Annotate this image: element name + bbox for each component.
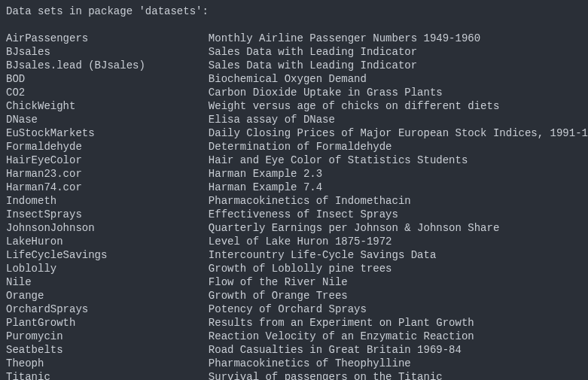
dataset-row: LifeCycleSavings Intercountry Life-Cycle… xyxy=(6,248,582,262)
dataset-description: Harman Example 7.4 xyxy=(209,181,322,193)
dataset-row: Indometh Pharmacokinetics of Indomethaci… xyxy=(6,194,582,208)
dataset-description: Pharmacokinetics of Theophylline xyxy=(209,357,411,369)
dataset-row: HairEyeColor Hair and Eye Color of Stati… xyxy=(6,154,582,167)
dataset-name: Indometh xyxy=(6,195,56,207)
dataset-row: Nile Flow of the River Nile xyxy=(6,275,582,289)
dataset-name: EuStockMarkets xyxy=(6,127,95,139)
listing-header: Data sets in package 'datasets': xyxy=(6,5,582,18)
dataset-description: Monthly Airline Passenger Numbers 1949-1… xyxy=(209,32,480,44)
dataset-row: LakeHuron Level of Lake Huron 1875-1972 xyxy=(6,235,582,248)
dataset-name: HairEyeColor xyxy=(6,154,82,166)
dataset-name: Orange xyxy=(6,290,44,302)
dataset-row: Theoph Pharmacokinetics of Theophylline xyxy=(6,357,582,370)
dataset-name: Harman74.cor xyxy=(6,181,82,193)
dataset-row: AirPassengers Monthly Airline Passenger … xyxy=(6,32,582,45)
dataset-name: LifeCycleSavings xyxy=(6,249,107,261)
dataset-description: Survival of passengers on the Titanic xyxy=(209,371,443,380)
dataset-row: Harman23.cor Harman Example 2.3 xyxy=(6,167,582,181)
dataset-row: Formaldehyde Determination of Formaldehy… xyxy=(6,140,582,154)
dataset-description: Hair and Eye Color of Statistics Student… xyxy=(209,154,468,166)
dataset-name: JohnsonJohnson xyxy=(6,222,95,234)
dataset-description: Reaction Velocity of an Enzymatic Reacti… xyxy=(209,330,474,342)
dataset-description: Elisa assay of DNase xyxy=(209,114,335,126)
dataset-name: Loblolly xyxy=(6,263,56,275)
dataset-row: PlantGrowth Results from an Experiment o… xyxy=(6,316,582,330)
dataset-list-viewport[interactable]: Data sets in package 'datasets':AirPasse… xyxy=(0,0,588,380)
dataset-row: Loblolly Growth of Loblolly pine trees xyxy=(6,262,582,275)
dataset-name: PlantGrowth xyxy=(6,317,75,329)
dataset-row: BJsales Sales Data with Leading Indicato… xyxy=(6,45,582,59)
dataset-name: Titanic xyxy=(6,371,50,380)
dataset-description: Effectiveness of Insect Sprays xyxy=(209,208,398,220)
dataset-description: Intercountry Life-Cycle Savings Data xyxy=(209,249,436,261)
dataset-name: DNase xyxy=(6,114,38,126)
dataset-name: BJsales.lead (BJsales) xyxy=(6,59,145,71)
dataset-description: Potency of Orchard Sprays xyxy=(209,303,367,315)
dataset-description: Quarterly Earnings per Johnson & Johnson… xyxy=(209,222,499,234)
dataset-listing: Data sets in package 'datasets':AirPasse… xyxy=(6,5,582,380)
dataset-row: OrchardSprays Potency of Orchard Sprays xyxy=(6,302,582,316)
dataset-description: Weight versus age of chicks on different… xyxy=(209,100,499,112)
dataset-description: Pharmacokinetics of Indomethacin xyxy=(209,195,411,207)
dataset-name: BJsales xyxy=(6,46,50,58)
dataset-row: Seatbelts Road Casualties in Great Brita… xyxy=(6,343,582,357)
dataset-row: ChickWeight Weight versus age of chicks … xyxy=(6,99,582,113)
dataset-name: Seatbelts xyxy=(6,344,63,356)
dataset-name: AirPassengers xyxy=(6,32,88,44)
dataset-row: EuStockMarkets Daily Closing Prices of M… xyxy=(6,126,582,140)
dataset-description: Determination of Formaldehyde xyxy=(209,141,392,153)
dataset-description: Sales Data with Leading Indicator xyxy=(209,59,417,71)
dataset-name: Formaldehyde xyxy=(6,141,82,153)
dataset-name: CO2 xyxy=(6,87,25,99)
dataset-row: BOD Biochemical Oxygen Demand xyxy=(6,72,582,86)
dataset-name: Nile xyxy=(6,276,32,288)
dataset-name: Puromycin xyxy=(6,330,63,342)
dataset-row: DNase Elisa assay of DNase xyxy=(6,113,582,126)
dataset-name: InsectSprays xyxy=(6,208,82,220)
dataset-name: BOD xyxy=(6,73,25,85)
dataset-description: Growth of Orange Trees xyxy=(209,290,348,302)
dataset-name: OrchardSprays xyxy=(6,303,88,315)
dataset-row: JohnsonJohnson Quarterly Earnings per Jo… xyxy=(6,221,582,235)
dataset-name: Harman23.cor xyxy=(6,168,82,180)
dataset-description: Carbon Dioxide Uptake in Grass Plants xyxy=(209,87,443,99)
dataset-row: BJsales.lead (BJsales) Sales Data with L… xyxy=(6,59,582,72)
dataset-row: Titanic Survival of passengers on the Ti… xyxy=(6,370,582,380)
dataset-name: ChickWeight xyxy=(6,100,75,112)
dataset-name: LakeHuron xyxy=(6,236,63,248)
dataset-description: Daily Closing Prices of Major European S… xyxy=(209,127,588,139)
dataset-description: Level of Lake Huron 1875-1972 xyxy=(209,236,392,248)
dataset-description: Road Casualties in Great Britain 1969-84 xyxy=(209,344,462,356)
dataset-description: Growth of Loblolly pine trees xyxy=(209,263,392,275)
dataset-description: Flow of the River Nile xyxy=(209,276,348,288)
dataset-row: Puromycin Reaction Velocity of an Enzyma… xyxy=(6,330,582,343)
dataset-description: Sales Data with Leading Indicator xyxy=(209,46,417,58)
dataset-row: InsectSprays Effectiveness of Insect Spr… xyxy=(6,208,582,221)
dataset-description: Results from an Experiment on Plant Grow… xyxy=(209,317,474,329)
dataset-row: CO2 Carbon Dioxide Uptake in Grass Plant… xyxy=(6,86,582,99)
dataset-row: Harman74.cor Harman Example 7.4 xyxy=(6,181,582,194)
dataset-description: Biochemical Oxygen Demand xyxy=(209,73,367,85)
dataset-row: Orange Growth of Orange Trees xyxy=(6,289,582,302)
dataset-name: Theoph xyxy=(6,357,44,369)
dataset-description: Harman Example 2.3 xyxy=(209,168,322,180)
